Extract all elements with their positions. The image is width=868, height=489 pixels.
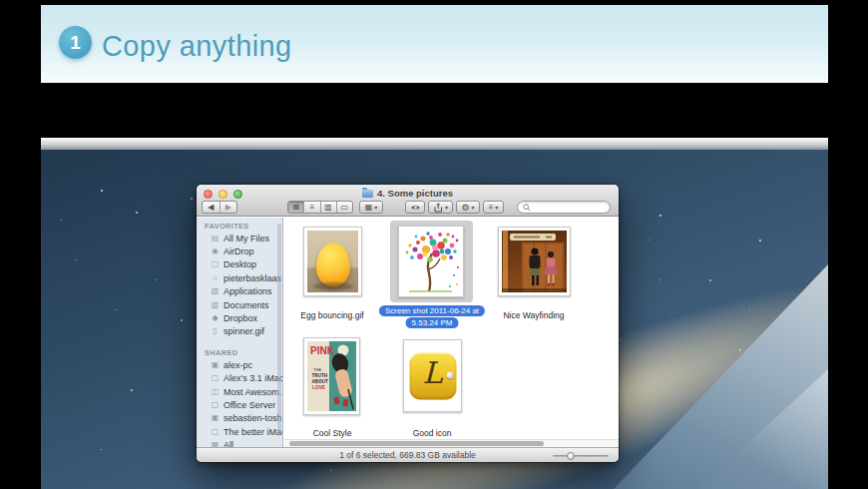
slide-content: 1 Copy anything 4 — [41, 0, 828, 489]
share-button[interactable]: ▾ — [428, 201, 453, 214]
forward-button[interactable]: ▶ — [220, 202, 237, 213]
sidebar-item-most-awesom[interactable]: ◫Most Awesom... — [197, 385, 282, 398]
back-button[interactable]: ◀ — [203, 202, 220, 213]
icon-view-button[interactable]: ⊞ — [288, 202, 304, 213]
labels-button[interactable]: ≡ ▾ — [483, 201, 504, 214]
svg-text:LOVE: LOVE — [312, 385, 326, 390]
slider-track — [553, 455, 609, 457]
labels-icon: ≡ — [489, 203, 494, 212]
arrange-icon: ▦ — [365, 203, 373, 212]
scrollbar-thumb[interactable] — [289, 441, 544, 446]
icon-size-slider[interactable] — [553, 451, 609, 460]
coverflow-view-button[interactable]: ▭ — [337, 202, 352, 213]
thumbnail-wayfinding — [498, 227, 571, 296]
dropbox-icon: ◆ — [210, 314, 220, 322]
arrange-button[interactable]: ▦ ▾ — [359, 201, 383, 214]
share-icon — [433, 203, 443, 213]
svg-text:PINK: PINK — [310, 345, 335, 356]
sidebar-item-sebastien-tosh[interactable]: ▣sebastien-tosh — [197, 412, 282, 425]
file-name: Nice Wayfinding — [479, 310, 589, 320]
file-name: Good icon — [377, 428, 487, 438]
quicklook-button[interactable] — [405, 201, 425, 214]
status-bar: 1 of 6 selected, 669.83 GB available — [197, 447, 619, 462]
finder-sidebar: FAVORITES ▤All My Files ◉AirDrop ▢Deskto… — [197, 218, 283, 447]
sidebar-item-all[interactable]: ▦All... — [197, 438, 282, 447]
thumbnail-good-icon: L — [403, 339, 462, 412]
server-icon: ▢ — [210, 401, 220, 409]
thumbnail-cool-style: PINK THE TRUTH ABOUT LOVE — [303, 337, 360, 415]
sidebar-item-desktop[interactable]: ▢Desktop — [197, 258, 282, 271]
column-view-button[interactable]: ▥ — [321, 202, 337, 213]
shared-pc-icon: ▣ — [210, 414, 220, 422]
imac-icon: ▢ — [210, 428, 220, 436]
stars-decor — [101, 190, 103, 192]
album-cover-graphic: PINK THE TRUTH ABOUT LOVE — [307, 341, 356, 411]
sidebar-item-documents[interactable]: ▥Documents — [197, 298, 282, 311]
sidebar-item-all-my-files[interactable]: ▤All My Files — [197, 232, 282, 244]
desktop-icon: ▢ — [210, 260, 220, 268]
tree-art-graphic — [402, 230, 460, 293]
sidebar-item-dropbox[interactable]: ◆Dropbox — [197, 311, 282, 324]
slide-canvas: 1 Copy anything 4 — [0, 0, 868, 489]
file-icon-view[interactable]: Egg bouncing.gif — [284, 218, 619, 439]
sidebar-section-favorites: FAVORITES — [197, 218, 282, 232]
sidebar-item-applications[interactable]: ▧Applications — [197, 285, 282, 298]
letter-app-icon: L — [409, 352, 456, 399]
slider-knob[interactable] — [567, 452, 575, 460]
step-number-badge: 1 — [59, 26, 92, 59]
icon-stud — [446, 371, 453, 378]
gear-icon: ⚙ — [461, 203, 469, 213]
home-icon: ⌂ — [210, 274, 220, 282]
action-button[interactable]: ⚙ ▾ — [456, 201, 480, 214]
window-title: 4. Some pictures — [197, 188, 619, 199]
file-icon: ▯ — [210, 327, 220, 335]
sidebar-item-spinner-gif[interactable]: ▯spinner.gif — [197, 325, 282, 338]
sidebar-item-office-server[interactable]: ▢Office Server — [197, 398, 282, 411]
eye-icon — [410, 204, 421, 212]
file-name-line1: Screen shot 2011-06-24 at — [379, 305, 485, 316]
thumbnail-egg — [303, 227, 362, 296]
airdrop-icon: ◉ — [210, 247, 220, 255]
svg-text:ABOUT: ABOUT — [312, 379, 329, 384]
sidebar-item-alex-pc[interactable]: ▣alex-pc — [197, 358, 282, 371]
window-titlebar[interactable]: 4. Some pictures ◀ ▶ ⊞ ≡ ▥ ▭ ▦ ▾ — [197, 185, 619, 217]
sidebar-scrollbar[interactable] — [277, 224, 281, 433]
all-my-files-icon: ▤ — [210, 235, 220, 243]
sidebar-item-the-better-imac[interactable]: ▢The better iMac — [197, 425, 282, 438]
search-icon — [523, 204, 531, 212]
slide-header: 1 Copy anything — [41, 5, 828, 83]
svg-text:TRUTH: TRUTH — [312, 373, 328, 378]
egg-graphic — [316, 243, 350, 286]
back-forward-control: ◀ ▶ — [202, 201, 237, 214]
sidebar-item-alexs-imac[interactable]: ▢Alex's 3.1 iMac — [197, 372, 282, 385]
finder-window: 4. Some pictures ◀ ▶ ⊞ ≡ ▥ ▭ ▦ ▾ — [197, 185, 619, 462]
shared-pc-icon: ▣ — [210, 361, 220, 369]
slide-title: Copy anything — [102, 30, 292, 63]
file-name: Egg bouncing.gif — [284, 310, 387, 320]
imac-icon: ▢ — [210, 374, 220, 382]
folder-icon — [362, 190, 373, 198]
sidebar-item-home[interactable]: ⌂pieterbasklaas — [197, 271, 282, 284]
wayfinding-graphic — [502, 231, 567, 292]
file-name-line2: 5.53.24 PM — [406, 317, 459, 328]
stars-decor-small — [61, 220, 62, 221]
file-name: Cool Style — [284, 428, 387, 438]
horizontal-scrollbar[interactable] — [284, 439, 619, 447]
timecapsule-icon: ◫ — [210, 388, 220, 396]
documents-icon: ▥ — [210, 301, 220, 309]
list-view-button[interactable]: ≡ — [304, 202, 320, 213]
thumbnail-screenshot — [398, 226, 464, 297]
applications-icon: ▧ — [210, 287, 220, 295]
view-mode-control: ⊞ ≡ ▥ ▭ — [287, 201, 353, 214]
screen-bezel — [41, 138, 828, 150]
svg-text:THE: THE — [313, 367, 322, 372]
search-field[interactable] — [517, 201, 611, 214]
desktop-screenshot: 4. Some pictures ◀ ▶ ⊞ ≡ ▥ ▭ ▦ ▾ — [41, 138, 828, 489]
sidebar-item-airdrop[interactable]: ◉AirDrop — [197, 244, 282, 257]
sidebar-section-shared: SHARED — [197, 344, 282, 358]
